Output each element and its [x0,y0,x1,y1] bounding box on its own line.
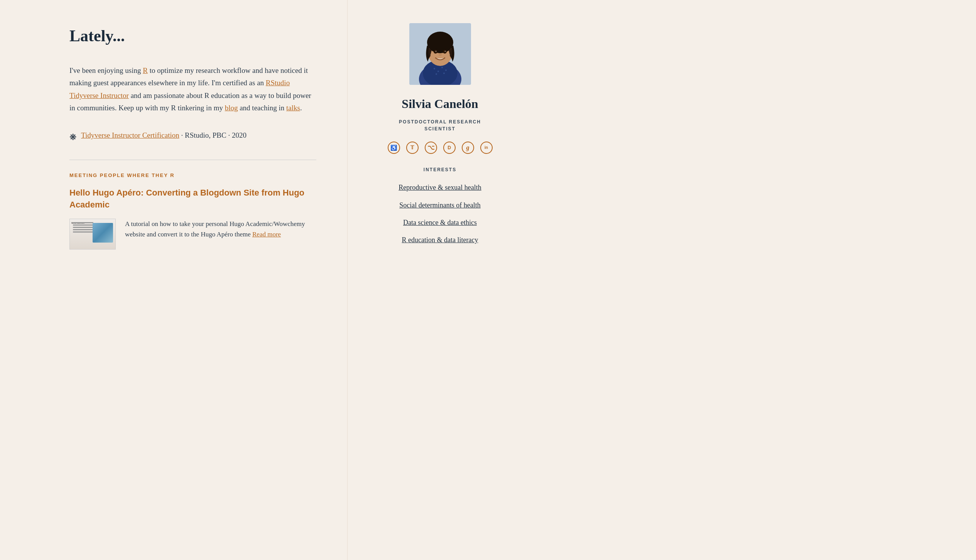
svg-point-8 [443,73,445,74]
interests-title: INTERESTS [363,166,517,174]
thumbnail-image-area [93,223,113,243]
page-title: Lately... [69,23,316,49]
intro-text-before-r: I've been enjoying using [69,66,143,74]
thumb-line-3 [73,227,93,228]
avatar-svg [409,23,471,85]
read-more-link[interactable]: Read more [252,231,281,238]
person-title-line1: POSTDOCTORAL RESEARCH [399,119,481,125]
cert-details: · RStudio, PBC · 2020 [179,131,247,139]
avatar-container [409,23,471,85]
intro-text-middle: and teaching in [238,104,286,112]
section-divider [69,160,316,160]
section-label: MEETING PEOPLE WHERE THEY R [69,172,316,180]
thumb-line-5 [73,231,93,233]
github-icon[interactable]: ⌥ [425,142,437,154]
talks-link[interactable]: talks [286,104,300,112]
svg-point-7 [436,73,437,75]
blog-post-description: A tutorial on how to take your personal … [125,219,316,240]
sidebar: Silvia Canelón POSTDOCTORAL RESEARCH SCI… [347,0,532,560]
orcid-icon[interactable]: D [443,142,456,154]
intro-text-end: . [300,104,302,112]
linkedin-icon[interactable]: in [480,142,493,154]
person-title: POSTDOCTORAL RESEARCH SCIENTIST [399,118,481,132]
svg-point-16 [439,54,442,56]
interests-section: INTERESTS Reproductive & sexual health S… [363,166,517,253]
person-name: Silvia Canelón [402,94,478,114]
thumb-line-1 [73,222,93,223]
main-content: Lately... I've been enjoying using R to … [0,0,347,560]
r-link[interactable]: R [143,66,148,74]
cert-link[interactable]: Tidyverse Instructor Certification [81,131,179,139]
thumbnail-text-area [73,222,93,246]
blog-post-title: Hello Hugo Apéro: Converting a Blogdown … [69,187,316,211]
page-layout: Lately... I've been enjoying using R to … [0,0,976,560]
blog-post-content: Silvia Canelón A tutorial on how to take… [69,219,316,250]
cert-icon: ❋ [69,130,76,144]
interest-data-science[interactable]: Data science & data ethics [363,218,517,228]
svg-point-4 [437,71,439,72]
interest-social-determinants[interactable]: Social determinants of health [363,201,517,210]
svg-point-14 [435,51,436,52]
svg-point-15 [444,51,446,52]
accessibility-icon[interactable]: ♿ [388,142,400,154]
blog-link[interactable]: blog [225,104,238,112]
person-title-line2: SCIENTIST [424,126,456,132]
svg-point-5 [441,67,443,68]
interest-reproductive-health[interactable]: Reproductive & sexual health [363,183,517,192]
social-icons-bar: ♿ 𝕋 ⌥ D g in [388,142,493,154]
thumbnail-inner: Silvia Canelón [70,219,115,249]
svg-point-3 [434,68,435,69]
intro-paragraph: I've been enjoying using R to optimize m… [69,64,316,114]
twitter-icon[interactable]: 𝕋 [406,142,419,154]
blog-post-title-link[interactable]: Hello Hugo Apéro: Converting a Blogdown … [69,188,304,209]
thumb-line-4 [73,229,93,230]
thumb-line-2 [73,224,93,226]
cert-text: Tidyverse Instructor Certification · RSt… [81,130,247,141]
avatar [409,23,471,85]
scholar-icon[interactable]: g [462,142,474,154]
svg-point-6 [445,69,447,71]
certification-block: ❋ Tidyverse Instructor Certification · R… [69,130,316,144]
interest-r-education[interactable]: R education & data literacy [363,235,517,245]
blog-post-thumbnail: Silvia Canelón [69,219,116,250]
